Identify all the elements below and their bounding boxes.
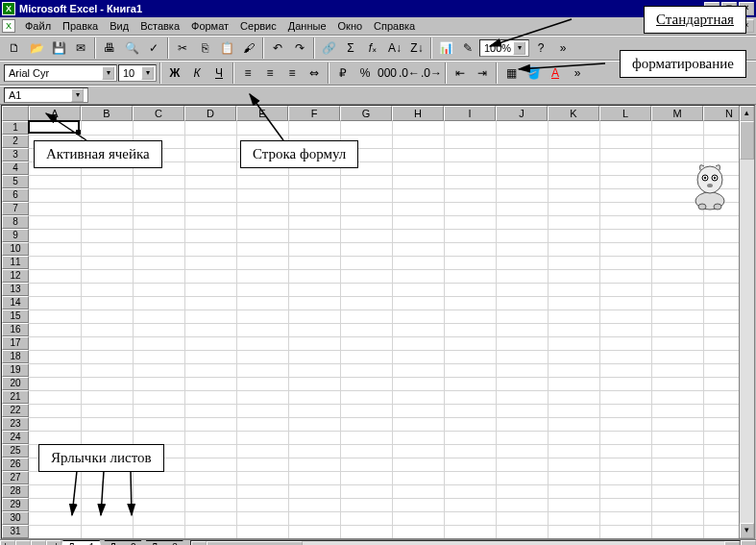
col-head-H[interactable]: H xyxy=(392,106,444,121)
menu-tools[interactable]: Сервис xyxy=(234,18,282,34)
row-head-7[interactable]: 7 xyxy=(2,202,29,215)
save-icon[interactable]: 💾 xyxy=(48,37,69,59)
cells-area[interactable] xyxy=(29,121,754,538)
row-head-5[interactable]: 5 xyxy=(2,175,29,188)
comma-icon[interactable]: 000 xyxy=(377,62,398,84)
horizontal-scrollbar[interactable]: ◂ ▸ xyxy=(190,540,741,545)
increase-decimal-icon[interactable]: .0← xyxy=(399,62,420,84)
menu-view[interactable]: Вид xyxy=(104,18,134,34)
underline-icon[interactable]: Ч xyxy=(208,62,230,84)
col-head-B[interactable]: B xyxy=(81,106,133,121)
format-painter-icon[interactable]: 🖌 xyxy=(238,37,259,59)
paste-icon[interactable]: 📋 xyxy=(216,37,237,59)
row-head-19[interactable]: 19 xyxy=(2,363,29,377)
row-head-26[interactable]: 26 xyxy=(2,458,29,471)
row-head-24[interactable]: 24 xyxy=(2,431,29,444)
decrease-decimal-icon[interactable]: .0→ xyxy=(421,62,442,84)
menu-insert[interactable]: Вставка xyxy=(134,18,185,34)
more-icon[interactable]: » xyxy=(552,37,573,59)
row-head-17[interactable]: 17 xyxy=(2,336,29,350)
tab-next-icon[interactable]: ▸ xyxy=(31,540,46,545)
tab-last-icon[interactable]: ▸| xyxy=(46,540,61,545)
row-head-21[interactable]: 21 xyxy=(2,390,29,404)
row-head-10[interactable]: 10 xyxy=(2,242,29,256)
row-head-28[interactable]: 28 xyxy=(2,484,29,498)
workbook-icon[interactable]: X xyxy=(2,19,15,33)
sort-desc-icon[interactable]: Z↓ xyxy=(406,37,427,59)
menu-format[interactable]: Формат xyxy=(185,18,234,34)
sheet-tab-2[interactable]: Лист2 xyxy=(101,540,144,545)
select-all-corner[interactable] xyxy=(2,106,29,121)
row-head-11[interactable]: 11 xyxy=(2,256,29,269)
row-head-31[interactable]: 31 xyxy=(2,525,29,538)
col-head-E[interactable]: E xyxy=(236,106,288,121)
font-combo[interactable]: Arial Cyr ▾ xyxy=(4,64,117,82)
scroll-thumb[interactable] xyxy=(207,541,303,545)
col-head-M[interactable]: M xyxy=(651,106,703,121)
cut-icon[interactable]: ✂ xyxy=(172,37,193,59)
row-head-8[interactable]: 8 xyxy=(2,215,29,229)
col-head-C[interactable]: C xyxy=(133,106,184,121)
row-head-1[interactable]: 1 xyxy=(2,121,29,135)
sheet-tab-3[interactable]: Лист3 xyxy=(143,540,186,545)
col-head-D[interactable]: D xyxy=(184,106,236,121)
menu-edit[interactable]: Правка xyxy=(57,18,104,34)
col-head-F[interactable]: F xyxy=(288,106,340,121)
align-left-icon[interactable]: ≡ xyxy=(237,62,258,84)
col-head-A[interactable]: A xyxy=(29,106,81,121)
scroll-left-icon[interactable]: ◂ xyxy=(191,541,207,545)
row-head-2[interactable]: 2 xyxy=(2,135,29,148)
scroll-right-icon[interactable]: ▸ xyxy=(724,541,740,545)
align-center-icon[interactable]: ≡ xyxy=(259,62,280,84)
tab-first-icon[interactable]: |◂ xyxy=(0,540,15,545)
open-icon[interactable]: 📂 xyxy=(26,37,47,59)
borders-icon[interactable]: ▦ xyxy=(500,62,522,84)
scroll-down-icon[interactable]: ▾ xyxy=(740,523,754,538)
hyperlink-icon[interactable]: 🔗 xyxy=(318,37,339,59)
spellcheck-icon[interactable]: ✓ xyxy=(143,37,164,59)
function-icon[interactable]: fₓ xyxy=(362,37,383,59)
size-combo[interactable]: 10 ▾ xyxy=(118,64,157,82)
col-head-I[interactable]: I xyxy=(444,106,496,121)
name-box[interactable]: A1 ▾ xyxy=(4,87,88,103)
scroll-thumb[interactable] xyxy=(740,121,754,160)
redo-icon[interactable]: ↷ xyxy=(289,37,310,59)
row-head-4[interactable]: 4 xyxy=(2,161,29,175)
drawing-icon[interactable]: ✎ xyxy=(457,37,478,59)
align-right-icon[interactable]: ≡ xyxy=(281,62,303,84)
menu-data[interactable]: Данные xyxy=(282,18,332,34)
row-head-20[interactable]: 20 xyxy=(2,377,29,390)
row-head-3[interactable]: 3 xyxy=(2,148,29,161)
dropdown-icon[interactable]: ▾ xyxy=(102,66,114,80)
undo-icon[interactable]: ↶ xyxy=(267,37,288,59)
copy-icon[interactable]: ⎘ xyxy=(194,37,215,59)
dropdown-icon[interactable]: ▾ xyxy=(71,88,84,102)
row-head-25[interactable]: 25 xyxy=(2,444,29,458)
row-head-12[interactable]: 12 xyxy=(2,269,29,283)
tab-prev-icon[interactable]: ◂ xyxy=(15,540,31,545)
scroll-up-icon[interactable]: ▴ xyxy=(740,106,754,121)
row-head-23[interactable]: 23 xyxy=(2,417,29,431)
vertical-scrollbar[interactable]: ▴ ▾ xyxy=(739,106,754,538)
row-head-9[interactable]: 9 xyxy=(2,229,29,242)
col-head-J[interactable]: J xyxy=(496,106,548,121)
print-icon[interactable]: 🖶 xyxy=(99,37,120,59)
row-head-13[interactable]: 13 xyxy=(2,283,29,296)
menu-window[interactable]: Окно xyxy=(332,18,369,34)
menu-file[interactable]: Файл xyxy=(19,18,57,34)
row-head-6[interactable]: 6 xyxy=(2,188,29,202)
font-color-icon[interactable]: A xyxy=(545,62,566,84)
fill-color-icon[interactable]: 🪣 xyxy=(523,62,544,84)
row-head-18[interactable]: 18 xyxy=(2,350,29,363)
sheet-tab-1[interactable]: Лист1 xyxy=(60,540,103,545)
increase-indent-icon[interactable]: ⇥ xyxy=(472,62,493,84)
dropdown-icon[interactable]: ▾ xyxy=(141,66,154,80)
bold-icon[interactable]: Ж xyxy=(164,62,185,84)
row-head-22[interactable]: 22 xyxy=(2,404,29,417)
mail-icon[interactable]: ✉ xyxy=(70,37,91,59)
percent-icon[interactable]: % xyxy=(354,62,376,84)
dropdown-icon[interactable]: ▾ xyxy=(513,41,525,55)
office-assistant-icon[interactable] xyxy=(687,159,733,211)
row-head-14[interactable]: 14 xyxy=(2,296,29,310)
col-head-K[interactable]: K xyxy=(548,106,599,121)
